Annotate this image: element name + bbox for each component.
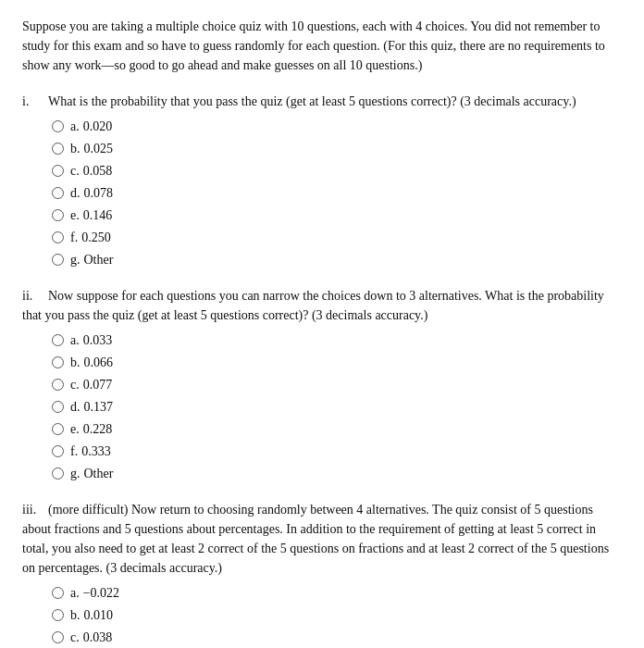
question-label-3: iii. (more difficult) Now return to choo… (22, 500, 622, 578)
question-text-1: What is the probability that you pass th… (48, 94, 576, 108)
radio-icon[interactable] (52, 631, 64, 643)
radio-icon[interactable] (52, 401, 64, 413)
option-letter-3-3: c. (70, 628, 80, 647)
radio-icon[interactable] (52, 587, 64, 599)
list-item[interactable]: d.0.078 (52, 183, 622, 203)
option-letter-3-2: b. (70, 605, 80, 625)
option-letter-1-4: d. (70, 183, 80, 203)
option-letter-2-7: g. (70, 464, 80, 483)
radio-icon[interactable] (52, 334, 64, 346)
radio-icon[interactable] (52, 209, 64, 221)
option-letter-1-2: b. (70, 139, 80, 158)
option-value-2-7: Other (84, 464, 114, 483)
radio-icon[interactable] (52, 423, 64, 435)
radio-icon[interactable] (52, 143, 64, 155)
radio-icon[interactable] (52, 231, 64, 243)
option-value-2-6: 0.333 (81, 442, 111, 461)
list-item[interactable]: c.0.058 (52, 161, 622, 181)
option-value-2-4: 0.137 (84, 397, 114, 417)
option-value-2-3: 0.077 (83, 375, 113, 394)
list-item[interactable]: a.−0.022 (52, 583, 622, 603)
option-letter-2-3: c. (70, 375, 80, 394)
list-item[interactable]: c.0.077 (52, 375, 622, 394)
list-item[interactable]: e.0.228 (52, 419, 622, 439)
list-item[interactable]: g.Other (52, 464, 622, 483)
option-letter-1-6: f. (70, 228, 78, 247)
option-value-1-6: 0.250 (81, 228, 111, 247)
option-value-1-3: 0.058 (83, 161, 113, 181)
radio-icon[interactable] (52, 187, 64, 199)
option-letter-2-1: a. (70, 330, 80, 350)
question-text-2: Now suppose for each questions you can n… (22, 289, 604, 322)
radio-icon[interactable] (52, 445, 64, 457)
list-item[interactable]: c.0.038 (52, 628, 622, 647)
roman-numeral-3: iii. (22, 500, 48, 519)
roman-numeral-2: ii. (22, 286, 48, 305)
question-label-2: ii. Now suppose for each questions you c… (22, 286, 622, 325)
option-value-3-3: 0.038 (83, 628, 113, 647)
options-list-2: a.0.033b.0.066c.0.077d.0.137e.0.228f.0.3… (22, 330, 622, 483)
list-item[interactable]: g.Other (52, 250, 622, 269)
option-letter-1-1: a. (70, 117, 80, 136)
option-letter-3-1: a. (70, 583, 80, 603)
option-value-1-2: 0.025 (84, 139, 114, 158)
option-letter-2-2: b. (70, 353, 80, 372)
radio-icon[interactable] (52, 254, 64, 266)
radio-icon[interactable] (52, 609, 64, 621)
list-item[interactable]: b.0.010 (52, 605, 622, 625)
list-item[interactable]: a.0.020 (52, 117, 622, 136)
list-item[interactable]: a.0.033 (52, 330, 622, 350)
question-block-1: i. What is the probability that you pass… (22, 92, 622, 269)
question-text-3: (more difficult) Now return to choosing … (22, 503, 609, 575)
option-value-3-2: 0.010 (84, 605, 114, 625)
list-item[interactable]: b.0.025 (52, 139, 622, 158)
roman-numeral-1: i. (22, 92, 48, 111)
option-value-1-4: 0.078 (84, 183, 114, 203)
radio-icon[interactable] (52, 467, 64, 480)
list-item[interactable]: e.0.146 (52, 206, 622, 225)
list-item[interactable]: d.0.137 (52, 397, 622, 417)
option-letter-1-5: e. (70, 206, 80, 225)
radio-icon[interactable] (52, 120, 64, 132)
option-value-1-5: 0.146 (83, 206, 113, 225)
option-letter-2-5: e. (70, 419, 80, 439)
option-value-1-7: Other (84, 250, 114, 269)
list-item[interactable]: f.0.333 (52, 442, 622, 461)
question-block-3: iii. (more difficult) Now return to choo… (22, 500, 622, 648)
option-letter-1-7: g. (70, 250, 80, 269)
option-value-1-1: 0.020 (83, 117, 113, 136)
question-label-1: i. What is the probability that you pass… (22, 92, 622, 111)
option-letter-2-4: d. (70, 397, 80, 417)
option-value-2-2: 0.066 (84, 353, 114, 372)
list-item[interactable]: b.0.066 (52, 353, 622, 372)
option-value-3-1: −0.022 (83, 583, 119, 603)
question-block-2: ii. Now suppose for each questions you c… (22, 286, 622, 483)
options-list-3: a.−0.022b.0.010c.0.038d.0.065e.0.076f.0.… (22, 583, 622, 648)
list-item[interactable]: f.0.250 (52, 228, 622, 247)
option-letter-2-6: f. (70, 442, 78, 461)
radio-icon[interactable] (52, 165, 64, 177)
intro-paragraph: Suppose you are taking a multiple choice… (22, 17, 622, 75)
options-list-1: a.0.020b.0.025c.0.058d.0.078e.0.146f.0.2… (22, 117, 622, 269)
option-value-2-1: 0.033 (83, 330, 113, 350)
radio-icon[interactable] (52, 356, 64, 368)
questions-container: i. What is the probability that you pass… (22, 92, 622, 648)
option-value-2-5: 0.228 (83, 419, 113, 439)
radio-icon[interactable] (52, 379, 64, 391)
option-letter-1-3: c. (70, 161, 80, 181)
